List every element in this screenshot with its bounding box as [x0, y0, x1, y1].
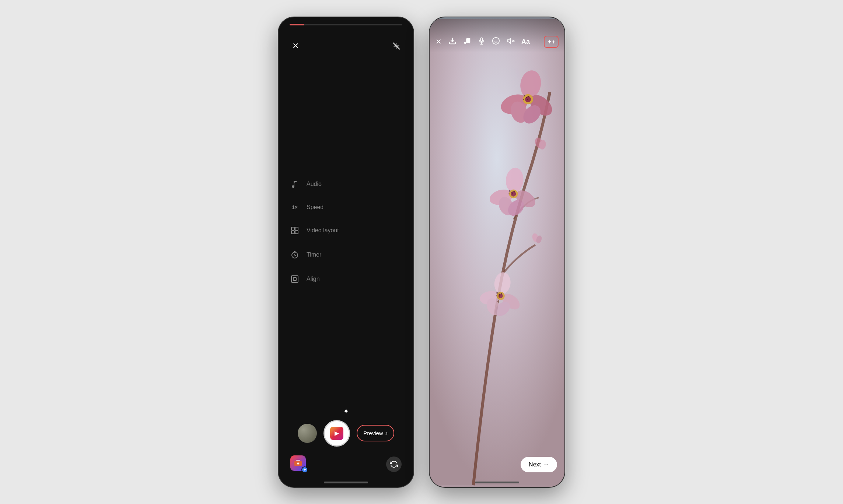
- video-layout-icon: [290, 226, 300, 235]
- record-button[interactable]: ▶: [323, 420, 350, 447]
- timer-label: Timer: [307, 251, 321, 258]
- preview-arrow-icon: ›: [385, 429, 388, 437]
- preview-label: Preview: [363, 430, 383, 436]
- emoji-icon[interactable]: [492, 37, 500, 47]
- preview-button[interactable]: Preview ›: [357, 425, 394, 441]
- svg-rect-3: [291, 231, 294, 234]
- svg-rect-55: [481, 38, 483, 41]
- music-icon[interactable]: [463, 37, 471, 47]
- mic-icon[interactable]: [478, 37, 485, 47]
- svg-rect-1: [291, 227, 294, 230]
- close-toolbar-icon[interactable]: ✕: [436, 37, 442, 46]
- svg-point-37: [527, 99, 528, 100]
- add-badge: +: [301, 466, 308, 473]
- speed-icon: 1×: [290, 204, 300, 210]
- mute-icon[interactable]: [507, 37, 515, 47]
- home-indicator: [324, 482, 368, 483]
- svg-point-36: [523, 99, 524, 100]
- svg-rect-4: [295, 231, 298, 234]
- svg-point-33: [524, 95, 525, 96]
- svg-point-25: [511, 191, 516, 196]
- audio-label: Audio: [307, 181, 322, 187]
- align-icon: [290, 275, 300, 283]
- align-label: Align: [307, 276, 320, 282]
- menu-items: Audio 1× Speed Video layout: [279, 60, 413, 403]
- svg-point-34: [526, 97, 527, 98]
- text-icon[interactable]: Aa: [521, 38, 530, 46]
- flash-off-icon[interactable]: [390, 39, 403, 53]
- left-phone: ✕ Audio 1× Speed: [278, 17, 414, 488]
- right-phone-toolbar: ✕: [430, 17, 564, 52]
- svg-point-58: [493, 37, 499, 44]
- timer-icon: [290, 250, 300, 259]
- video-layout-label: Video layout: [307, 227, 339, 234]
- svg-point-39: [511, 192, 513, 193]
- svg-rect-2: [295, 227, 298, 230]
- video-layout-menu-item[interactable]: Video layout: [290, 226, 402, 235]
- svg-point-46: [496, 295, 497, 296]
- flower-background: [430, 17, 564, 487]
- ai-sparkle-icon: ✦+: [547, 38, 555, 45]
- audio-menu-item[interactable]: Audio: [290, 180, 402, 188]
- svg-point-42: [512, 193, 513, 194]
- svg-rect-7: [293, 278, 296, 281]
- svg-point-53: [464, 42, 466, 44]
- svg-point-54: [468, 41, 471, 43]
- next-button[interactable]: Next →: [521, 457, 557, 472]
- right-home-indicator: [475, 482, 519, 483]
- svg-point-43: [496, 292, 498, 293]
- align-menu-item[interactable]: Align: [290, 275, 402, 283]
- reels-play-icon: ▶: [335, 430, 339, 437]
- svg-point-47: [499, 295, 500, 296]
- next-label: Next: [529, 461, 541, 468]
- svg-point-44: [499, 294, 500, 295]
- flip-camera-button[interactable]: [386, 457, 402, 472]
- svg-point-40: [514, 191, 515, 192]
- speed-menu-item[interactable]: 1× Speed: [290, 204, 402, 211]
- svg-rect-6: [291, 276, 298, 282]
- add-media-button[interactable]: +: [290, 455, 308, 473]
- ai-effects-button[interactable]: ✦+: [544, 36, 559, 48]
- next-arrow-icon: →: [543, 461, 549, 468]
- svg-rect-11: [430, 19, 564, 485]
- svg-point-18: [525, 96, 531, 102]
- timer-menu-item[interactable]: Timer: [290, 250, 402, 259]
- svg-point-41: [508, 193, 510, 194]
- speed-label: Speed: [307, 204, 323, 211]
- right-phone: ✕: [429, 17, 565, 488]
- svg-point-45: [501, 293, 502, 294]
- svg-point-38: [509, 190, 511, 191]
- close-button[interactable]: ✕: [289, 39, 302, 53]
- sparkle-icon: ✦: [343, 407, 349, 416]
- svg-point-35: [528, 95, 529, 97]
- download-icon[interactable]: [448, 37, 457, 47]
- audio-icon: [290, 180, 300, 188]
- gallery-thumbnail[interactable]: [298, 424, 317, 443]
- svg-point-10: [297, 462, 299, 464]
